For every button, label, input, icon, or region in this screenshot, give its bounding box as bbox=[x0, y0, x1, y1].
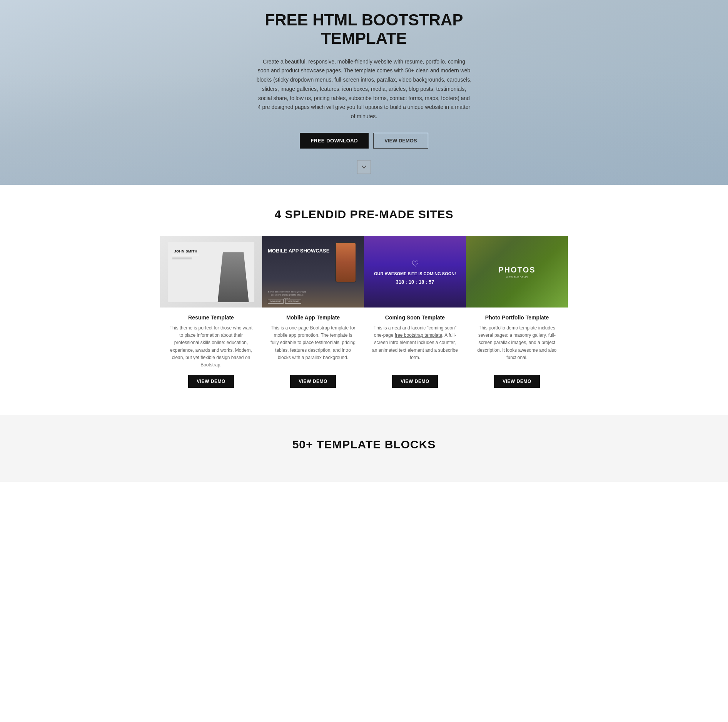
coming-soon-title: OUR AWESOME SITE IS COMING SOON! bbox=[374, 271, 456, 276]
countdown-sep-3: : bbox=[426, 279, 427, 285]
card-mobile: MOBILE APP SHOWCASE Some descriptive tex… bbox=[262, 236, 364, 399]
photos-card-title: Photo Portfolio Template bbox=[479, 314, 554, 321]
resume-line-4 bbox=[172, 258, 192, 259]
resume-thumbnail: JOHN SMITH bbox=[160, 236, 262, 308]
resume-thumb-inner: JOHN SMITH bbox=[168, 242, 254, 302]
countdown-days: 318 bbox=[396, 279, 404, 285]
resume-line-1 bbox=[172, 256, 192, 256]
resume-card-title: Resume Template bbox=[182, 314, 240, 321]
sites-section: 4 SPLENDID PRE-MADE SITES JOHN SMITH bbox=[0, 185, 728, 415]
hero-description: Create a beautiful, responsive, mobile-f… bbox=[256, 57, 472, 122]
coming-card-title: Coming Soon Template bbox=[379, 314, 451, 321]
resume-card-desc: This theme is perfect for those who want… bbox=[160, 324, 262, 369]
scroll-down-button[interactable] bbox=[357, 160, 371, 174]
mobile-card-title: Mobile App Template bbox=[281, 314, 346, 321]
cards-grid: JOHN SMITH Resume Template This theme is… bbox=[160, 236, 568, 399]
mobile-phone-mockup bbox=[335, 242, 356, 282]
hero-section: FREE HTML BOOTSTRAP TEMPLATE Create a be… bbox=[0, 0, 728, 185]
coming-soon-thumbnail: ♡ OUR AWESOME SITE IS COMING SOON! 318 :… bbox=[364, 236, 466, 308]
resume-line-5 bbox=[172, 259, 192, 259]
mobile-thumbnail: MOBILE APP SHOWCASE Some descriptive tex… bbox=[262, 236, 364, 308]
photos-card-desc: This portfolio demo template includes se… bbox=[466, 324, 568, 369]
blocks-section-title: 50+ TEMPLATE BLOCKS bbox=[160, 438, 568, 451]
coming-soon-countdown: 318 : 10 : 18 : 57 bbox=[396, 279, 434, 285]
hero-content: FREE HTML BOOTSTRAP TEMPLATE Create a be… bbox=[249, 3, 479, 182]
resume-line-3 bbox=[172, 257, 192, 258]
hero-title: FREE HTML BOOTSTRAP TEMPLATE bbox=[256, 11, 472, 48]
coming-card-desc: This is a neat and laconic "coming soon"… bbox=[364, 324, 466, 369]
phone-screen bbox=[336, 243, 356, 282]
photos-thumb-title: PHOTOS bbox=[498, 266, 535, 274]
card-coming-soon: ♡ OUR AWESOME SITE IS COMING SOON! 318 :… bbox=[364, 236, 466, 399]
countdown-sep-1: : bbox=[406, 279, 407, 285]
blocks-section: 50+ TEMPLATE BLOCKS bbox=[0, 415, 728, 482]
resume-view-demo-button[interactable]: VIEW DEMO bbox=[188, 375, 234, 388]
mini-btn-2: VIEW DEMO bbox=[285, 299, 301, 304]
mobile-card-desc: This is a one-page Bootstrap template fo… bbox=[262, 324, 364, 369]
free-bootstrap-link[interactable]: free bootstrap template bbox=[395, 333, 442, 338]
coming-view-demo-button[interactable]: VIEW DEMO bbox=[392, 375, 438, 388]
resume-person-name: JOHN SMITH bbox=[172, 249, 199, 253]
mobile-thumb-title: MOBILE APP SHOWCASE bbox=[268, 248, 329, 254]
mobile-view-demo-button[interactable]: VIEW DEMO bbox=[290, 375, 336, 388]
resume-line-2 bbox=[172, 257, 192, 257]
card-resume: JOHN SMITH Resume Template This theme is… bbox=[160, 236, 262, 399]
photos-thumbnail: PHOTOS VIEW THE DEMO bbox=[466, 236, 568, 308]
countdown-seconds: 57 bbox=[429, 279, 434, 285]
view-demos-button[interactable]: VIEW DEMOS bbox=[373, 133, 428, 149]
countdown-minutes: 18 bbox=[419, 279, 424, 285]
resume-divider bbox=[172, 255, 199, 255]
countdown-hours: 10 bbox=[409, 279, 414, 285]
card-photos: PHOTOS VIEW THE DEMO Photo Portfolio Tem… bbox=[466, 236, 568, 399]
mini-btn-1: DOWNLOAD bbox=[268, 299, 284, 304]
heart-icon: ♡ bbox=[410, 259, 421, 269]
resume-text-block: JOHN SMITH bbox=[172, 249, 199, 260]
mobile-thumb-buttons: DOWNLOAD VIEW DEMO bbox=[268, 299, 301, 304]
photos-thumb-sub: VIEW THE DEMO bbox=[506, 276, 528, 279]
mobile-thumb-sub: Some descriptive text about your app goe… bbox=[268, 290, 306, 300]
photos-view-demo-button[interactable]: VIEW DEMO bbox=[494, 375, 540, 388]
hero-buttons: FREE DOWNLOAD VIEW DEMOS bbox=[256, 133, 472, 149]
resume-person-silhouette bbox=[216, 252, 250, 302]
free-download-button[interactable]: FREE DOWNLOAD bbox=[300, 133, 369, 149]
sites-section-title: 4 SPLENDID PRE-MADE SITES bbox=[160, 208, 568, 221]
countdown-sep-2: : bbox=[416, 279, 417, 285]
